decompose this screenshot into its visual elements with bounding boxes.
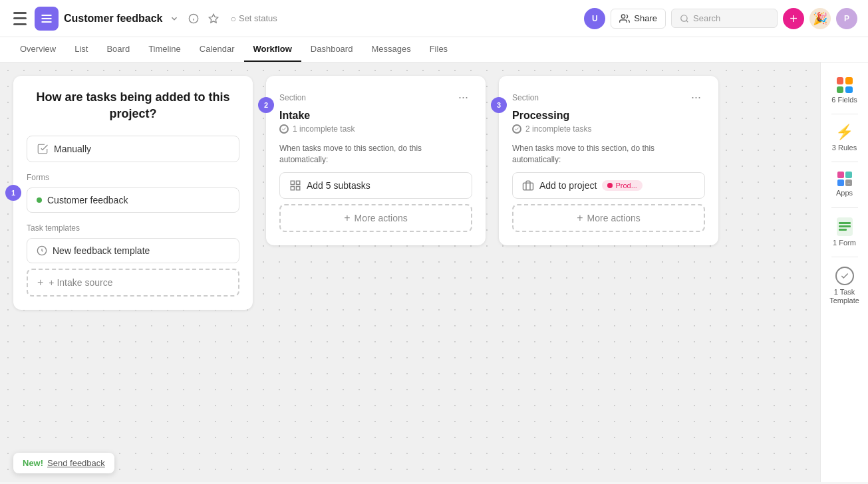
svg-point-8 bbox=[681, 15, 687, 21]
card1-title: How are tasks being added to this projec… bbox=[27, 89, 239, 122]
set-status[interactable]: Set status bbox=[225, 11, 283, 27]
sidebar-item-rules[interactable]: ⚡ 3 Rules bbox=[821, 117, 868, 159]
tab-overview[interactable]: Overview bbox=[11, 37, 65, 62]
sidebar-divider-3 bbox=[831, 207, 858, 208]
feedback-new-label: New! bbox=[23, 458, 43, 468]
incomplete-icon-2 bbox=[512, 124, 521, 134]
menu-button[interactable] bbox=[11, 9, 29, 28]
sidebar-item-apps[interactable]: ··· Apps bbox=[821, 165, 868, 204]
tab-workflow[interactable]: Workflow bbox=[244, 37, 301, 62]
send-feedback-link[interactable]: Send feedback bbox=[47, 458, 105, 468]
card3-auto-label: When tasks move to this section, do this… bbox=[512, 143, 705, 166]
subtasks-icon bbox=[289, 180, 301, 191]
step-badge-2: 2 bbox=[258, 97, 274, 113]
apps-icon: ··· bbox=[837, 172, 852, 186]
fields-icon bbox=[837, 77, 853, 93]
intake-source-button[interactable]: + + Intake source bbox=[27, 269, 239, 297]
card2-more-actions-button[interactable]: + More actions bbox=[279, 204, 472, 232]
avatar-star: 🎉 bbox=[809, 8, 831, 29]
header-title-area: Customer feedback Set status bbox=[64, 11, 283, 27]
sidebar-item-task-template[interactable]: 1 Task Template bbox=[821, 260, 868, 312]
manually-icon bbox=[37, 143, 49, 155]
avatar-user2: P bbox=[836, 8, 857, 29]
info-button[interactable] bbox=[186, 11, 202, 27]
card2-header: Section ··· bbox=[279, 89, 472, 106]
sidebar-divider-4 bbox=[831, 257, 858, 257]
tab-timeline[interactable]: Timeline bbox=[139, 37, 190, 62]
form-label: 1 Form bbox=[833, 239, 856, 247]
dropdown-button[interactable] bbox=[167, 11, 182, 26]
share-button[interactable]: Share bbox=[611, 9, 666, 29]
sidebar-item-fields[interactable]: 6 Fields bbox=[821, 70, 868, 111]
task-template-icon bbox=[835, 267, 854, 285]
svg-point-7 bbox=[622, 15, 625, 18]
star-button[interactable] bbox=[206, 11, 221, 27]
card3-section-name: Processing bbox=[512, 110, 705, 122]
incomplete-icon bbox=[279, 124, 289, 134]
task-templates-section-label: Task templates bbox=[27, 223, 239, 233]
svg-rect-13 bbox=[297, 186, 300, 189]
project-tag: Prod... bbox=[602, 180, 642, 191]
workflow-card-1: 1 How are tasks being added to this proj… bbox=[13, 76, 253, 310]
workflow-canvas: 1 How are tasks being added to this proj… bbox=[0, 62, 820, 482]
project-icon bbox=[522, 180, 534, 191]
add-to-project-item[interactable]: Add to project Prod... bbox=[512, 172, 705, 199]
plus-icon-2: + bbox=[577, 212, 583, 224]
card3-section-label: Section bbox=[512, 93, 539, 102]
app-icon bbox=[35, 7, 59, 31]
search-icon bbox=[680, 14, 689, 23]
sidebar-item-form[interactable]: 1 Form bbox=[821, 211, 868, 254]
card3-more-button[interactable]: ··· bbox=[687, 89, 705, 106]
card3-incomplete: 2 incomplete tasks bbox=[512, 124, 705, 134]
main-content: 1 How are tasks being added to this proj… bbox=[0, 62, 868, 482]
tab-dashboard[interactable]: Dashboard bbox=[301, 37, 362, 62]
fields-label: 6 Fields bbox=[831, 96, 857, 104]
workflow-card-2: 2 Section ··· Intake 1 incomplete task W… bbox=[266, 76, 486, 245]
form-icon bbox=[837, 217, 853, 236]
svg-rect-11 bbox=[291, 181, 294, 184]
sidebar-divider-2 bbox=[831, 162, 858, 162]
svg-rect-12 bbox=[297, 181, 300, 184]
template-icon bbox=[37, 245, 47, 256]
add-subtasks-item[interactable]: Add 5 subtasks bbox=[279, 172, 472, 199]
card3-header: Section ··· bbox=[512, 89, 705, 106]
sidebar-divider-1 bbox=[831, 114, 858, 114]
apps-label: Apps bbox=[836, 189, 853, 197]
svg-rect-14 bbox=[291, 186, 294, 189]
search-bar[interactable]: Search bbox=[671, 9, 778, 28]
feedback-bar: New! Send feedback bbox=[13, 453, 114, 473]
proj-dot-icon bbox=[607, 183, 613, 188]
plus-icon: + bbox=[344, 212, 350, 224]
tab-list[interactable]: List bbox=[65, 37, 97, 62]
card2-incomplete: 1 incomplete task bbox=[279, 124, 472, 134]
add-button[interactable]: + bbox=[783, 8, 804, 29]
tab-messages[interactable]: Messages bbox=[362, 37, 420, 62]
hamburger-icon bbox=[13, 12, 27, 25]
task-template-label: 1 Task Template bbox=[826, 288, 863, 305]
card2-auto-label: When tasks move to this section, do this… bbox=[279, 143, 472, 166]
workflow-card-3: 3 Section ··· Processing 2 incomplete ta… bbox=[499, 76, 718, 245]
tab-calendar[interactable]: Calendar bbox=[190, 37, 244, 62]
new-feedback-template[interactable]: New feedback template bbox=[27, 238, 239, 263]
header: Customer feedback Set status U Share Sea… bbox=[0, 0, 868, 37]
step-badge-1: 1 bbox=[5, 185, 21, 201]
nav-tabs: Overview List Board Timeline Calendar Wo… bbox=[0, 37, 868, 62]
step-badge-3: 3 bbox=[491, 97, 507, 113]
tab-board[interactable]: Board bbox=[97, 37, 139, 62]
card2-section-name: Intake bbox=[279, 110, 472, 122]
project-name: Customer feedback bbox=[64, 13, 163, 25]
rules-label: 3 Rules bbox=[832, 144, 857, 152]
card3-more-actions-button[interactable]: + More actions bbox=[512, 204, 705, 232]
customer-feedback-form[interactable]: Customer feedback bbox=[27, 187, 239, 213]
form-dot-icon bbox=[37, 197, 42, 203]
svg-rect-15 bbox=[523, 183, 533, 190]
card2-more-button[interactable]: ··· bbox=[454, 89, 472, 106]
manually-button[interactable]: Manually bbox=[27, 136, 239, 162]
card2-section-label: Section bbox=[279, 93, 306, 102]
svg-marker-6 bbox=[209, 14, 217, 23]
rules-icon: ⚡ bbox=[835, 124, 853, 141]
tab-files[interactable]: Files bbox=[420, 37, 457, 62]
header-right: U Share Search + 🎉 P bbox=[584, 8, 857, 29]
svg-line-9 bbox=[686, 20, 688, 22]
avatar-user1: U bbox=[584, 8, 605, 29]
